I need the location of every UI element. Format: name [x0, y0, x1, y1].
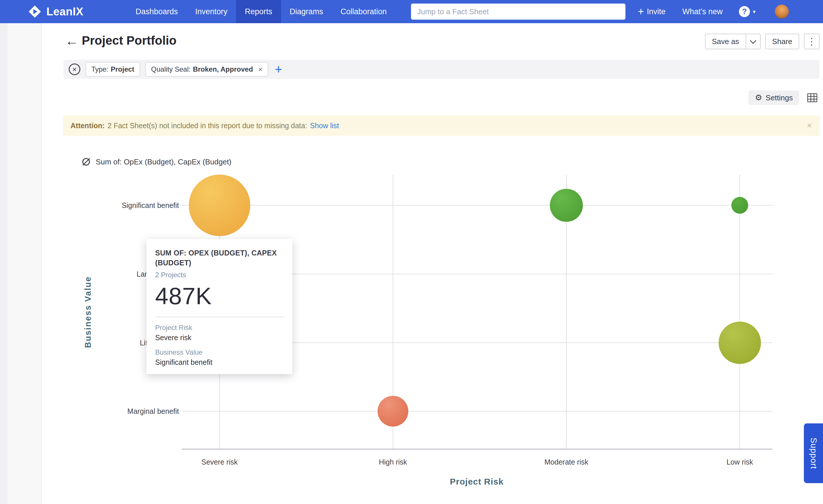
help-menu[interactable]: ? ▾ — [739, 6, 756, 17]
chart-bubble[interactable] — [377, 396, 408, 427]
main-nav: Dashboards Inventory Reports Diagrams Co… — [127, 0, 395, 23]
brand[interactable]: LeanIX — [28, 5, 84, 19]
app-root: LeanIX Dashboards Inventory Reports Diag… — [0, 0, 823, 504]
gridline-horizontal — [182, 205, 772, 206]
whats-new-link[interactable]: What’s new — [682, 7, 723, 16]
plus-icon: + — [638, 6, 644, 17]
tooltip-value: 487K — [155, 284, 284, 308]
bubble-chart: Severe riskHigh riskModerate riskLow ris… — [0, 0, 823, 504]
fact-sheet-search — [411, 3, 626, 20]
tooltip-title: SUM OF: OPEX (BUDGET), CAPEX (BUDGET) — [155, 248, 284, 268]
chart-tooltip: SUM OF: OPEX (BUDGET), CAPEX (BUDGET) 2 … — [146, 239, 292, 374]
chart-bubble[interactable] — [189, 175, 250, 236]
y-axis-tick: Marginal benefit — [57, 406, 179, 416]
gridline-vertical — [739, 175, 740, 449]
nav-item-dashboards[interactable]: Dashboards — [127, 0, 187, 23]
invite-button[interactable]: + Invite — [638, 6, 666, 17]
fact-sheet-search-input[interactable] — [411, 4, 625, 19]
chart-bubble[interactable] — [731, 197, 748, 214]
tooltip-field-value: Severe risk — [155, 333, 284, 342]
tooltip-field-label: Project Risk — [155, 324, 284, 332]
x-axis-tick: Severe risk — [173, 458, 266, 466]
x-axis-tick: High risk — [347, 458, 439, 466]
chevron-down-icon: ▾ — [753, 8, 756, 15]
chart-bubble[interactable] — [550, 189, 583, 222]
nav-item-reports[interactable]: Reports — [236, 0, 281, 23]
x-axis-baseline — [182, 449, 772, 450]
x-axis-tick: Low risk — [693, 458, 786, 466]
y-axis-tick: Significant benefit — [57, 201, 179, 210]
chart-bubble[interactable] — [718, 322, 761, 364]
nav-item-inventory[interactable]: Inventory — [186, 0, 236, 23]
tooltip-projects-link[interactable]: 2 Projects — [155, 271, 284, 279]
invite-label: Invite — [647, 7, 666, 16]
x-axis-tick: Moderate risk — [520, 458, 613, 466]
x-axis-title: Project Risk — [450, 477, 503, 487]
gridline-horizontal — [182, 411, 772, 411]
top-navbar: LeanIX Dashboards Inventory Reports Diag… — [0, 0, 823, 23]
tooltip-field-value: Significant benefit — [155, 358, 284, 366]
user-avatar[interactable] — [775, 5, 789, 19]
brand-name: LeanIX — [46, 5, 84, 18]
leanix-logo-icon — [28, 5, 42, 19]
help-icon: ? — [739, 6, 750, 17]
nav-item-collaboration[interactable]: Collaboration — [332, 0, 395, 23]
tooltip-divider — [155, 317, 284, 317]
y-axis-title: Business Value — [83, 276, 93, 348]
support-tab[interactable]: Support — [804, 424, 823, 483]
nav-item-diagrams[interactable]: Diagrams — [281, 0, 332, 23]
tooltip-field-label: Business Value — [155, 348, 284, 356]
